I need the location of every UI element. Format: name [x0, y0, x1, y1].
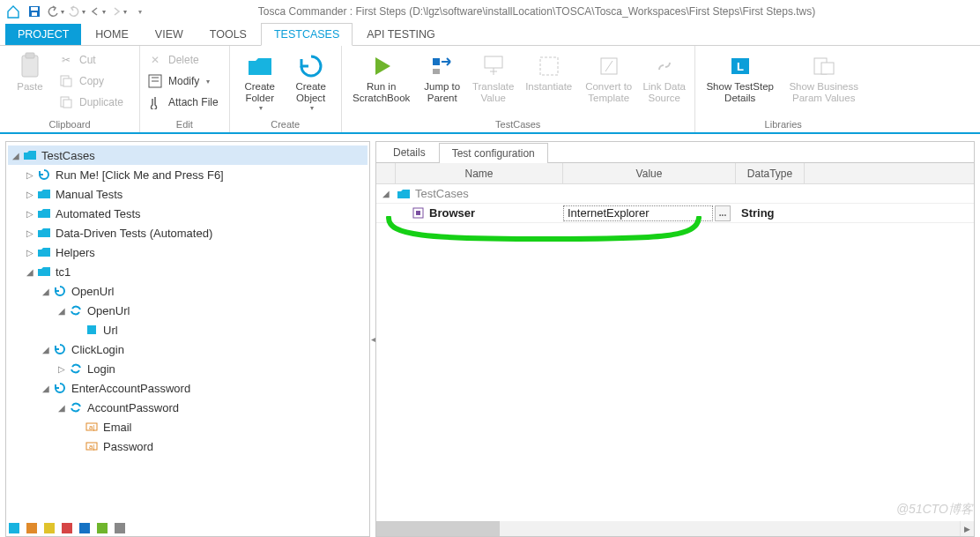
- expander-icon[interactable]: ◢: [56, 306, 68, 316]
- folder-icon: [36, 186, 52, 202]
- tree-item[interactable]: a| Email: [8, 417, 368, 436]
- translate-icon: [479, 51, 509, 81]
- tab-project[interactable]: PROJECT: [5, 24, 81, 45]
- tree-item[interactable]: ▷ Run Me! [Click Me and Press F6]: [8, 165, 368, 184]
- duplicate-button[interactable]: Duplicate: [56, 92, 134, 113]
- tree-item[interactable]: ◢ OpenUrl: [8, 281, 368, 301]
- tree-item[interactable]: ▷ Automated Tests: [8, 204, 368, 223]
- grid-col-name[interactable]: Name: [396, 163, 563, 183]
- cell-name: Browser: [429, 206, 475, 220]
- expander-icon[interactable]: ▷: [56, 364, 68, 374]
- expander-icon[interactable]: ▷: [24, 248, 36, 257]
- value-input[interactable]: InternetExplorer: [563, 205, 713, 221]
- expander-icon[interactable]: ◢: [40, 345, 52, 354]
- titlebar: ▾ Tosca Commander : First Steps (D:\lgz\…: [0, 0, 980, 23]
- ribbon-group-create: Create Folder Create Object Create: [230, 46, 342, 132]
- tab-tools[interactable]: TOOLS: [197, 24, 259, 45]
- tab-test-configuration[interactable]: Test configuration: [439, 143, 548, 163]
- copy-button[interactable]: Copy: [56, 71, 134, 92]
- tree-item[interactable]: ◢ EnterAccountPassword: [8, 378, 368, 398]
- grid-row[interactable]: ◢ TestCases: [376, 184, 974, 204]
- expander-icon[interactable]: ◢: [380, 189, 392, 198]
- grid-expand-col: [376, 163, 396, 183]
- paste-button[interactable]: Paste: [5, 48, 55, 116]
- tree-item[interactable]: ▷ Data-Driven Tests (Automated): [8, 223, 368, 242]
- create-folder-button[interactable]: Create Folder: [235, 48, 285, 116]
- svg-rect-12: [485, 56, 502, 68]
- tab-view[interactable]: VIEW: [143, 24, 196, 45]
- paste-icon: [15, 51, 45, 81]
- tab-home[interactable]: HOME: [83, 24, 141, 45]
- modify-button[interactable]: Modify: [145, 71, 224, 92]
- bottom-tab[interactable]: [26, 523, 37, 533]
- grid-row-browser[interactable]: Browser InternetExplorer ... String: [376, 204, 974, 223]
- tree-item[interactable]: a| Password: [8, 436, 368, 456]
- copy-icon: [58, 73, 74, 89]
- svg-rect-13: [540, 57, 558, 75]
- sync-icon: [68, 302, 84, 318]
- library-icon: L: [725, 51, 755, 81]
- expander-icon[interactable]: ◢: [40, 384, 52, 393]
- tab-details[interactable]: Details: [380, 142, 439, 162]
- expander-icon[interactable]: ◢: [24, 267, 36, 277]
- tree-item[interactable]: ◢ ClickLogin: [8, 339, 368, 359]
- tree-item[interactable]: ▷ Login: [8, 359, 368, 378]
- tree-item[interactable]: ◢ AccountPassword: [8, 398, 368, 417]
- expander-icon[interactable]: ◢: [56, 403, 68, 413]
- show-teststep-details-button[interactable]: L Show TestStep Details: [701, 48, 780, 116]
- link-data-source-button[interactable]: Link Data Source: [640, 48, 689, 116]
- expander-icon[interactable]: ▷: [24, 170, 36, 180]
- convert-icon: [594, 51, 624, 81]
- jump-parent-button[interactable]: Jump to Parent: [418, 48, 467, 116]
- forward-button[interactable]: [109, 2, 129, 21]
- bottom-tab[interactable]: [115, 523, 125, 533]
- convert-template-button[interactable]: Convert to Template: [580, 48, 638, 116]
- watermark: @51CTO博客: [896, 502, 973, 518]
- tree-item[interactable]: ◢ OpenUrl: [8, 301, 368, 320]
- expander-icon[interactable]: ▷: [24, 209, 36, 219]
- svg-rect-4: [26, 53, 34, 58]
- tree-root[interactable]: ◢ TestCases: [8, 145, 368, 165]
- detail-tabs: Details Test configuration: [376, 142, 974, 163]
- show-business-param-button[interactable]: Show Business Param Values: [782, 48, 866, 116]
- tree-item[interactable]: ◢ tc1: [8, 262, 368, 281]
- expander-icon[interactable]: ◢: [40, 287, 52, 296]
- tree-item[interactable]: ▷ Manual Tests: [8, 184, 368, 204]
- bottom-tab[interactable]: [97, 523, 108, 533]
- instantiate-icon: [534, 51, 564, 81]
- redo-button[interactable]: [67, 2, 86, 21]
- qat-more-icon[interactable]: ▾: [130, 2, 150, 21]
- duplicate-icon: [58, 94, 74, 110]
- tab-testcases[interactable]: TESTCASES: [261, 23, 353, 46]
- details-panel: Details Test configuration Name Value Da…: [375, 141, 975, 537]
- cut-button[interactable]: ✂Cut: [56, 49, 134, 71]
- create-object-button[interactable]: Create Object: [286, 48, 336, 116]
- tree-item[interactable]: Url: [8, 320, 368, 339]
- instantiate-button[interactable]: Instantiate: [520, 48, 578, 116]
- refresh-icon: [52, 341, 68, 357]
- svg-rect-6: [63, 78, 71, 86]
- tree-item[interactable]: ▷ Helpers: [8, 242, 368, 262]
- run-scratchbook-button[interactable]: Run in ScratchBook: [347, 48, 416, 116]
- tab-api-testing[interactable]: API TESTING: [354, 24, 448, 45]
- svg-text:L: L: [737, 60, 744, 73]
- expander-icon[interactable]: ◢: [10, 151, 22, 160]
- svg-text:a|: a|: [89, 423, 95, 431]
- delete-button[interactable]: ✕Delete: [145, 49, 224, 71]
- attach-file-button[interactable]: Attach File: [145, 92, 224, 113]
- translate-value-button[interactable]: Translate Value: [469, 48, 518, 116]
- back-button[interactable]: [88, 2, 108, 21]
- save-icon[interactable]: [25, 2, 44, 21]
- ellipsis-button[interactable]: ...: [715, 205, 731, 221]
- bottom-tab[interactable]: [44, 523, 55, 533]
- main-tabs: PROJECT HOME VIEW TOOLS TESTCASES API TE…: [0, 23, 980, 46]
- undo-button[interactable]: [46, 2, 65, 21]
- bottom-tab[interactable]: [79, 523, 90, 533]
- bottom-tab[interactable]: [62, 523, 72, 533]
- bottom-tab[interactable]: [9, 523, 19, 533]
- expander-icon[interactable]: ▷: [24, 228, 36, 238]
- expander-icon[interactable]: ▷: [24, 190, 36, 199]
- grid-col-value[interactable]: Value: [563, 163, 736, 183]
- home-icon[interactable]: [4, 2, 23, 21]
- grid-col-datatype[interactable]: DataType: [736, 163, 805, 183]
